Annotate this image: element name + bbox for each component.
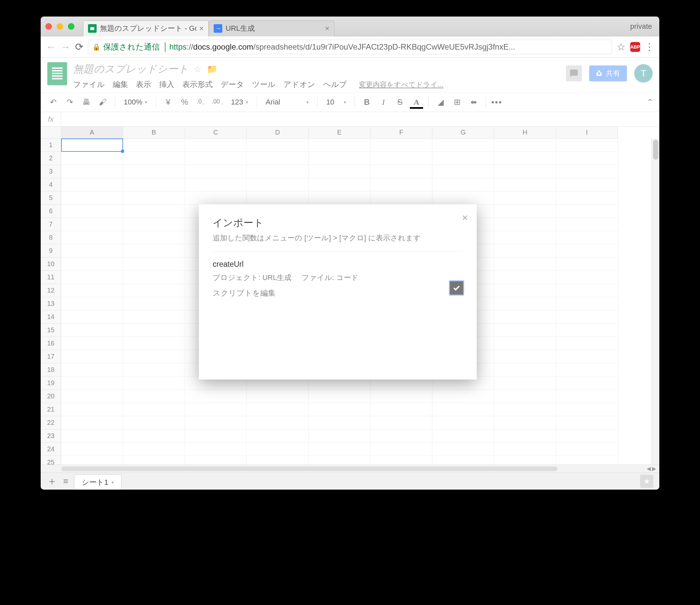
column-header[interactable]: C xyxy=(185,127,247,138)
cell[interactable] xyxy=(556,205,618,218)
row-header[interactable]: 10 xyxy=(41,258,61,271)
minimize-window-icon[interactable] xyxy=(56,23,63,30)
cell[interactable] xyxy=(371,165,432,178)
cell[interactable] xyxy=(494,178,556,191)
explore-icon[interactable] xyxy=(640,475,653,488)
cell[interactable] xyxy=(556,350,618,363)
cell[interactable] xyxy=(61,231,123,244)
cell[interactable] xyxy=(371,152,432,165)
cell[interactable] xyxy=(556,456,618,465)
cell[interactable] xyxy=(123,165,185,178)
cell[interactable] xyxy=(309,429,371,443)
column-header[interactable]: D xyxy=(247,127,309,138)
font-dropdown[interactable]: Arial▾ xyxy=(262,98,312,106)
cell[interactable] xyxy=(61,416,123,429)
cell[interactable] xyxy=(432,429,494,443)
browser-tab-active[interactable]: 無題のスプレッドシート - Google × xyxy=(83,21,209,36)
cell[interactable] xyxy=(556,443,618,456)
cell[interactable] xyxy=(61,244,123,258)
cell[interactable] xyxy=(309,403,371,416)
cell[interactable] xyxy=(432,138,494,152)
sheet-tab[interactable]: シート1 ▾ xyxy=(74,474,121,490)
sheet-tab-caret-icon[interactable]: ▾ xyxy=(111,480,114,485)
cell[interactable] xyxy=(371,191,432,205)
close-window-icon[interactable] xyxy=(45,23,52,30)
cell[interactable] xyxy=(494,191,556,205)
cell[interactable] xyxy=(371,416,432,429)
cell[interactable] xyxy=(494,363,556,376)
cell[interactable] xyxy=(61,191,123,205)
folder-icon[interactable]: 📁 xyxy=(207,64,217,74)
row-header[interactable]: 3 xyxy=(41,165,61,178)
fill-color-icon[interactable]: ◢ xyxy=(434,98,447,107)
cell[interactable] xyxy=(61,138,123,152)
cell[interactable] xyxy=(185,152,247,165)
cell[interactable] xyxy=(123,271,185,284)
increase-decimal-icon[interactable]: .00→ xyxy=(211,98,224,106)
cell[interactable] xyxy=(247,178,309,191)
column-header[interactable]: A xyxy=(61,127,123,138)
row-header[interactable]: 16 xyxy=(41,337,61,350)
cell[interactable] xyxy=(556,297,618,311)
decrease-decimal-icon[interactable]: .0← xyxy=(195,98,208,106)
row-header[interactable]: 18 xyxy=(41,363,61,376)
cell[interactable] xyxy=(556,363,618,376)
cell[interactable] xyxy=(247,152,309,165)
cell[interactable] xyxy=(556,152,618,165)
menu-help[interactable]: ヘルプ xyxy=(323,79,347,89)
cell[interactable] xyxy=(123,324,185,337)
cell[interactable] xyxy=(247,443,309,456)
row-header[interactable]: 7 xyxy=(41,218,61,231)
vertical-scrollbar[interactable] xyxy=(651,138,659,465)
cell[interactable] xyxy=(494,350,556,363)
cell[interactable] xyxy=(61,271,123,284)
paint-format-icon[interactable]: 🖌 xyxy=(96,98,109,107)
cell[interactable] xyxy=(61,205,123,218)
cell[interactable] xyxy=(61,152,123,165)
cell[interactable] xyxy=(494,231,556,244)
document-title[interactable]: 無題のスプレッドシート xyxy=(73,62,189,76)
row-header[interactable]: 12 xyxy=(41,284,61,297)
currency-icon[interactable]: ¥ xyxy=(161,98,175,107)
cell[interactable] xyxy=(61,218,123,231)
cell[interactable] xyxy=(123,363,185,376)
cell[interactable] xyxy=(371,443,432,456)
cell[interactable] xyxy=(556,337,618,350)
select-all-corner[interactable] xyxy=(41,127,61,138)
cell[interactable] xyxy=(185,456,247,465)
cell[interactable] xyxy=(61,363,123,376)
cell[interactable] xyxy=(494,324,556,337)
column-header[interactable]: I xyxy=(556,127,618,138)
cell[interactable] xyxy=(61,165,123,178)
cell[interactable] xyxy=(309,178,371,191)
cell[interactable] xyxy=(123,416,185,429)
cell[interactable] xyxy=(61,443,123,456)
cell[interactable] xyxy=(556,258,618,271)
cell[interactable] xyxy=(494,429,556,443)
bold-icon[interactable]: B xyxy=(360,98,374,107)
strikethrough-icon[interactable]: S xyxy=(393,98,406,107)
row-header[interactable]: 4 xyxy=(41,178,61,191)
cell[interactable] xyxy=(556,416,618,429)
cell[interactable] xyxy=(185,178,247,191)
cell[interactable] xyxy=(556,390,618,403)
close-tab-icon[interactable]: × xyxy=(197,24,204,33)
cell[interactable] xyxy=(247,416,309,429)
cell[interactable] xyxy=(556,138,618,152)
cell[interactable] xyxy=(494,376,556,390)
row-header[interactable]: 13 xyxy=(41,297,61,311)
all-sheets-icon[interactable]: ≡ xyxy=(63,476,68,486)
cell[interactable] xyxy=(61,178,123,191)
cell[interactable] xyxy=(494,390,556,403)
cell[interactable] xyxy=(494,218,556,231)
column-header[interactable]: G xyxy=(432,127,494,138)
font-size-dropdown[interactable]: 10▾ xyxy=(323,98,349,106)
column-header[interactable]: E xyxy=(309,127,371,138)
url-input[interactable]: 🔒 保護された通信 │ https://docs.google.com/spre… xyxy=(88,40,612,54)
cell[interactable] xyxy=(185,429,247,443)
column-header[interactable]: H xyxy=(494,127,556,138)
cell[interactable] xyxy=(309,191,371,205)
user-avatar[interactable]: T xyxy=(634,64,653,83)
bookmark-star-icon[interactable]: ☆ xyxy=(617,41,626,53)
cell[interactable] xyxy=(123,284,185,297)
